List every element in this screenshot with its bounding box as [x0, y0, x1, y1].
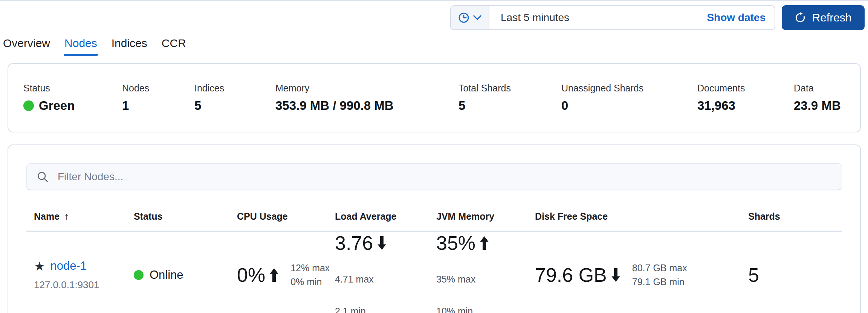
cell-disk-free-space: 79.6 GB 80.7 GB max 79.1 GB min: [527, 231, 741, 313]
table-header-row: Name ↑ Status CPU Usage Load Average JVM…: [26, 211, 842, 231]
cell-cpu-usage: 0% 12% max 0% min: [229, 231, 327, 313]
stat-unassigned-shards: Unassigned Shards 0: [561, 83, 697, 113]
refresh-icon: [795, 12, 806, 23]
node-name-link[interactable]: node-1: [50, 259, 87, 273]
stat-indices: Indices 5: [194, 83, 275, 113]
stat-label: Memory: [275, 83, 458, 94]
column-header-status[interactable]: Status: [126, 211, 229, 231]
cpu-usage-max: 12% max: [290, 261, 330, 275]
shards-count: 5: [748, 264, 759, 286]
cell-load-average: 3.76 4.71 max 2.1 min: [327, 231, 429, 313]
stat-value: 31,963: [697, 99, 794, 113]
refresh-button[interactable]: Refresh: [782, 5, 865, 30]
time-range-label[interactable]: Last 5 minutes: [489, 12, 707, 24]
tab-indices[interactable]: Indices: [112, 37, 147, 56]
disk-free-space-value: 79.6 GB: [535, 264, 607, 286]
stat-value: 353.9 MB / 990.8 MB: [275, 99, 458, 113]
cluster-status-panel: Status Green Nodes 1 Indices 5 Memory 35…: [8, 63, 861, 132]
stat-nodes: Nodes 1: [122, 83, 194, 113]
health-green-dot-icon: [23, 100, 34, 111]
stat-value: Green: [39, 99, 75, 113]
time-picker[interactable]: Last 5 minutes Show dates: [450, 5, 775, 30]
cell-status: Online: [126, 231, 229, 313]
stat-label: Status: [23, 83, 122, 94]
column-header-disk-free-space[interactable]: Disk Free Space: [527, 211, 741, 231]
filter-nodes-input[interactable]: [58, 171, 832, 183]
filter-nodes-searchbox[interactable]: [26, 163, 842, 190]
stat-documents: Documents 31,963: [697, 83, 794, 113]
stat-label: Nodes: [122, 83, 194, 94]
stat-label: Data: [794, 83, 841, 94]
stat-label: Indices: [194, 83, 275, 94]
tab-nodes[interactable]: Nodes: [64, 37, 97, 56]
tab-ccr[interactable]: CCR: [162, 37, 186, 56]
column-header-shards[interactable]: Shards: [741, 211, 842, 231]
jvm-memory-value: 35%: [436, 232, 475, 254]
sort-ascending-icon: ↑: [64, 211, 69, 222]
trend-down-icon: [611, 267, 621, 283]
load-average-max: 4.71 max: [335, 272, 429, 286]
column-header-load-average[interactable]: Load Average: [327, 211, 429, 231]
column-header-name[interactable]: Name ↑: [26, 211, 126, 231]
jvm-memory-max: 35% max: [436, 272, 527, 286]
stat-label: Total Shards: [458, 83, 561, 94]
stat-value: 23.9 MB: [794, 99, 841, 113]
stat-status: Status Green: [23, 83, 122, 113]
table-row: ★ node-1 127.0.0.1:9301 Online 0%: [26, 231, 842, 313]
load-average-min: 2.1 min: [335, 304, 429, 313]
cell-name: ★ node-1 127.0.0.1:9301: [26, 231, 126, 313]
toolbar: Last 5 minutes Show dates Refresh: [450, 5, 865, 30]
master-node-star-icon: ★: [34, 260, 45, 272]
stat-value: 5: [458, 99, 561, 113]
time-quick-select-button[interactable]: [451, 6, 489, 29]
stat-value: 0: [561, 99, 697, 113]
cell-shards: 5: [741, 231, 842, 313]
stat-value: 5: [194, 99, 275, 113]
search-icon: [37, 171, 49, 183]
cell-jvm-memory: 35% 35% max 10% min: [429, 231, 527, 313]
nodes-table: Name ↑ Status CPU Usage Load Average JVM…: [26, 211, 842, 313]
node-transport-address: 127.0.0.1:9301: [34, 279, 126, 291]
stat-total-shards: Total Shards 5: [458, 83, 561, 113]
trend-up-icon: [269, 267, 279, 283]
stat-memory: Memory 353.9 MB / 990.8 MB: [275, 83, 458, 113]
clock-icon: [458, 12, 469, 23]
trend-down-icon: [377, 236, 387, 251]
cpu-usage-value: 0%: [237, 264, 265, 286]
tab-overview[interactable]: Overview: [3, 37, 50, 56]
node-status-label: Online: [150, 268, 183, 282]
load-average-value: 3.76: [335, 232, 373, 254]
stat-data: Data 23.9 MB: [794, 83, 841, 113]
online-status-dot-icon: [134, 270, 144, 280]
disk-free-space-max: 80.7 GB max: [632, 261, 687, 275]
stat-label: Documents: [697, 83, 794, 94]
column-header-jvm-memory[interactable]: JVM Memory: [429, 211, 527, 231]
jvm-memory-min: 10% min: [436, 304, 527, 313]
chevron-down-icon: [473, 15, 481, 20]
cpu-usage-min: 0% min: [290, 275, 330, 289]
stat-label: Unassigned Shards: [561, 83, 697, 94]
stat-value: 1: [122, 99, 194, 113]
disk-free-space-min: 79.1 GB min: [632, 275, 687, 289]
refresh-button-label: Refresh: [812, 11, 851, 24]
trend-up-icon: [479, 236, 489, 251]
monitoring-tabs: Overview Nodes Indices CCR: [3, 37, 186, 56]
show-dates-link[interactable]: Show dates: [707, 12, 775, 24]
nodes-table-panel: Name ↑ Status CPU Usage Load Average JVM…: [8, 144, 861, 313]
column-header-cpu-usage[interactable]: CPU Usage: [229, 211, 327, 231]
